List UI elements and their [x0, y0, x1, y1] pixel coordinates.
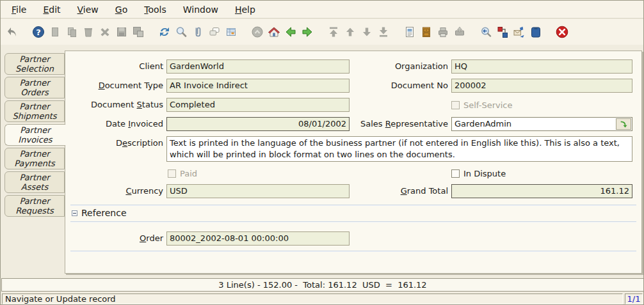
reference-group-header: Reference — [72, 208, 127, 218]
grand-total-label: Grand Total — [347, 184, 448, 198]
svg-text:?: ? — [36, 27, 41, 37]
date-invoiced-field: 08/01/2002 — [166, 117, 350, 131]
refresh-icon[interactable] — [156, 24, 173, 40]
archive-icon[interactable] — [418, 24, 435, 40]
description-label: Description — [65, 136, 163, 150]
tab-partner-selection[interactable]: Partner Selection — [4, 53, 65, 75]
order-label: Order — [65, 231, 163, 246]
parent-record-icon — [249, 24, 266, 40]
reference-separator-bottom — [70, 251, 636, 252]
sales-rep-zoom-button[interactable] — [616, 118, 631, 130]
description-field[interactable]: Text is printed in the language of the b… — [166, 136, 632, 162]
print-preview-icon — [451, 24, 468, 40]
attachment-icon[interactable] — [189, 24, 206, 40]
reference-separator-mid — [70, 221, 636, 223]
reference-separator-top — [70, 205, 636, 206]
workflow-icon[interactable] — [494, 24, 511, 40]
save-create-icon — [130, 24, 147, 40]
menu-edit[interactable]: Edit — [35, 2, 68, 17]
in-dispute-checkbox-box[interactable] — [451, 169, 460, 178]
back-icon[interactable] — [282, 24, 299, 40]
paid-label: Paid — [180, 169, 197, 178]
tab-partner-orders[interactable]: Partner Orders — [4, 77, 65, 98]
client-field: GardenWorld — [166, 59, 350, 74]
check-requests-icon[interactable] — [511, 24, 527, 40]
in-dispute-checkbox[interactable]: In Dispute — [451, 169, 506, 178]
collapse-icon[interactable] — [72, 210, 77, 216]
partner-invoices-window: FileEditViewGoToolsWindowHelp ? Partner … — [0, 0, 644, 305]
document-status-label: Document Status — [65, 98, 163, 112]
previous-record-icon — [342, 24, 358, 40]
document-no-label: Document No — [347, 79, 448, 93]
sales-rep-value: GardenAdmin — [455, 118, 511, 130]
next-record-icon — [358, 24, 375, 40]
self-service-checkbox-box — [451, 101, 460, 109]
report-icon[interactable] — [401, 24, 418, 40]
organization-label: Organization — [347, 59, 448, 74]
new-record-icon — [47, 24, 63, 40]
copy-record-icon — [63, 24, 80, 40]
document-no-field: 200002 — [451, 79, 632, 93]
tab-partner-invoices[interactable]: Partner Invoices — [4, 124, 66, 146]
sales-rep-field[interactable]: GardenAdmin — [451, 117, 632, 131]
menu-view[interactable]: View — [69, 2, 107, 17]
date-invoiced-label: Date Invoiced — [65, 117, 163, 131]
help-icon[interactable]: ? — [30, 24, 47, 40]
undo-icon[interactable] — [4, 24, 20, 40]
menu-file[interactable]: File — [3, 2, 35, 17]
menu-go[interactable]: Go — [107, 2, 136, 17]
delete-selection-icon — [97, 24, 113, 40]
order-field: 80002_2002-08-01 00:00:00 — [166, 231, 350, 246]
print-icon — [435, 24, 451, 40]
content-area: Partner SelectionPartner OrdersPartner S… — [1, 45, 644, 278]
zoom-across-icon[interactable] — [478, 24, 494, 40]
chat-icon[interactable] — [206, 24, 223, 40]
first-record-icon — [325, 24, 342, 40]
tab-strip: Partner SelectionPartner OrdersPartner S… — [4, 53, 66, 219]
tab-partner-shipments[interactable]: Partner Shipments — [4, 100, 65, 122]
in-dispute-label: In Dispute — [463, 169, 506, 178]
grand-total-field: 161.12 — [451, 184, 632, 198]
self-service-checkbox: Self-Service — [451, 100, 512, 110]
document-status-field: Completed — [166, 98, 350, 112]
sales-rep-label: Sales Representative — [347, 117, 448, 131]
last-record-icon — [375, 24, 392, 40]
toolbar: ? — [1, 19, 644, 45]
product-info-icon[interactable] — [527, 24, 544, 40]
tab-partner-assets[interactable]: Partner Assets — [4, 171, 65, 193]
paid-checkbox-box — [168, 169, 176, 178]
menu-window[interactable]: Window — [175, 2, 227, 17]
record-indicator: 1/1 — [625, 293, 643, 304]
invoice-form-panel: Client GardenWorld Organization HQ Docum… — [65, 51, 642, 274]
find-icon[interactable] — [173, 24, 189, 40]
home-icon[interactable] — [266, 24, 282, 40]
reference-title: Reference — [81, 208, 127, 218]
currency-field: USD — [166, 184, 350, 198]
menubar: FileEditViewGoToolsWindowHelp — [1, 1, 644, 19]
document-status-line: 3 Line(s) - 152.00 - Total: 161.12 USD =… — [1, 278, 644, 292]
menu-tools[interactable]: Tools — [136, 2, 175, 17]
statusbar-message: Navigate or Update record — [2, 293, 623, 304]
document-type-label: Document Type — [65, 79, 163, 93]
grid-toggle-icon[interactable] — [223, 24, 239, 40]
currency-label: Currency — [65, 184, 163, 198]
organization-field: HQ — [451, 59, 632, 74]
self-service-label: Self-Service — [463, 100, 512, 110]
paid-checkbox: Paid — [168, 169, 197, 178]
tab-partner-requests[interactable]: Partner Requests — [4, 195, 65, 217]
document-type-field: AR Invoice Indirect — [166, 79, 350, 93]
statusbar: Navigate or Update record 1/1 — [1, 292, 644, 305]
forward-icon[interactable] — [299, 24, 316, 40]
delete-record-icon — [80, 24, 97, 40]
save-icon — [113, 24, 130, 40]
exit-icon[interactable] — [554, 24, 570, 40]
menu-help[interactable]: Help — [227, 2, 264, 17]
tab-partner-payments[interactable]: Partner Payments — [4, 148, 65, 169]
client-label: Client — [65, 59, 163, 74]
